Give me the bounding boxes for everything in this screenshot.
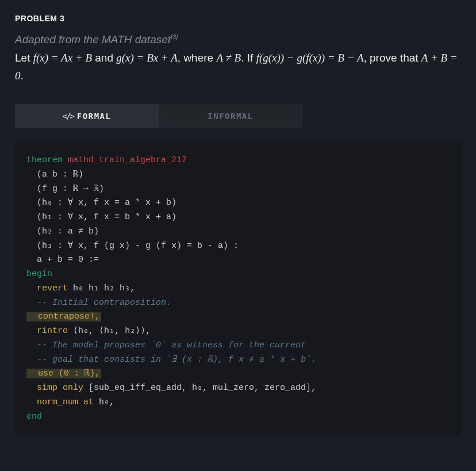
problem-title: PROBLEM 3 (15, 14, 461, 23)
adapted-caption: Adapted from the MATH dataset[3] (15, 33, 461, 46)
code-args: [sub_eq_iff_eq_add, h₀, mul_zero, zero_a… (83, 383, 316, 393)
code-line: (f g : ℝ → ℝ) (26, 184, 104, 194)
code-line: a + b = 0 := (26, 255, 99, 265)
adapted-text: Adapted from the MATH dataset (15, 33, 171, 45)
keyword-end: end (26, 412, 42, 422)
tab-formal[interactable]: </>FORMAL (15, 104, 159, 128)
code-line: (a b : ℝ) (26, 170, 83, 179)
highlight-use: use (0 : ℝ), (26, 369, 101, 378)
tab-formal-label: FORMAL (77, 112, 112, 121)
keyword-theorem: theorem (26, 155, 63, 165)
keyword-begin: begin (26, 269, 52, 279)
code-icon: </> (63, 112, 74, 121)
code-args: ⟨h₀, ⟨h₁, h₂⟩⟩, (68, 326, 151, 336)
code-block: theorem mathd_train_algebra_217 (a b : ℝ… (15, 141, 461, 436)
highlight-contrapose: contrapose!, (26, 312, 101, 321)
tab-informal-label: INFORMAL (208, 112, 253, 121)
code-comment: -- goal that consists in `∃ (x : ℝ), f x… (26, 355, 316, 365)
tactic-rintro: rintro (26, 326, 68, 336)
tab-bar: </>FORMAL INFORMAL (15, 104, 461, 128)
code-args: h₀, (94, 397, 114, 407)
theorem-name: mathd_train_algebra_217 (63, 155, 187, 165)
code-args: h₀ h₁ h₂ h₃, (68, 284, 135, 293)
tactic-norm-num: norm_num at (26, 397, 94, 407)
code-line: (h₂ : a ≠ b) (26, 227, 99, 236)
tactic-simp: simp only (26, 383, 83, 393)
code-line: (h₁ : ∀ x, f x = b * x + a) (26, 212, 176, 222)
tab-informal[interactable]: INFORMAL (159, 104, 302, 128)
code-comment: -- Initial contraposition. (26, 298, 171, 308)
citation-ref: [3] (171, 33, 178, 40)
code-line: (h₀ : ∀ x, f x = a * x + b) (26, 198, 176, 208)
problem-statement: Let f(x) = Ax + B and g(x) = Bx + A, whe… (15, 49, 461, 85)
code-comment: -- The model proposes `0` as witness for… (26, 340, 306, 350)
tactic-revert: revert (26, 284, 68, 293)
code-line: (h₃ : ∀ x, f (g x) - g (f x) = b - a) : (26, 241, 239, 251)
